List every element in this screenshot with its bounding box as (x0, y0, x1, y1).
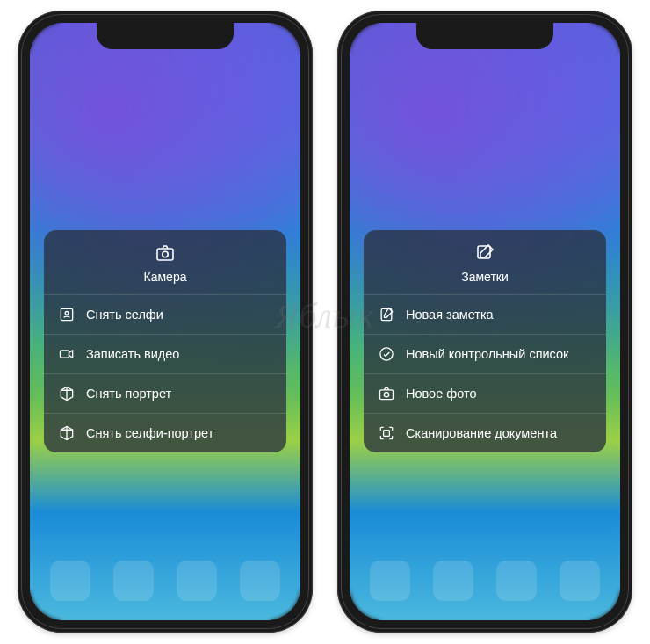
action-label: Новое фото (406, 387, 476, 401)
svg-rect-0 (157, 249, 173, 260)
action-label: Снять селфи (86, 308, 163, 322)
action-scan-document[interactable]: Сканирование документа (364, 413, 606, 452)
camera-icon (378, 385, 395, 402)
screen: Камера Снять селфи Записать видео Снять … (30, 23, 300, 620)
phone-frame-right: Заметки Новая заметка Новый контрольный … (337, 11, 632, 633)
selfie-icon (58, 306, 76, 323)
checklist-icon (378, 345, 395, 363)
phone-frame-left: Камера Снять селфи Записать видео Снять … (18, 11, 313, 633)
video-icon (58, 345, 76, 363)
action-new-note[interactable]: Новая заметка (364, 294, 606, 334)
note-icon (378, 306, 395, 323)
dock (358, 550, 611, 611)
action-new-photo[interactable]: Новое фото (364, 373, 606, 413)
action-take-portrait[interactable]: Снять портрет (44, 373, 286, 413)
action-label: Сканирование документа (406, 426, 557, 440)
action-record-video[interactable]: Записать видео (44, 334, 286, 373)
svg-rect-10 (384, 431, 390, 437)
compose-icon (474, 242, 495, 264)
svg-point-3 (65, 312, 69, 315)
dock (39, 550, 292, 611)
svg-rect-8 (380, 390, 394, 400)
svg-rect-4 (61, 351, 69, 358)
svg-point-7 (380, 348, 393, 360)
action-label: Новый контрольный список (406, 347, 568, 361)
portrait-icon (58, 424, 76, 442)
quick-action-menu-camera[interactable]: Камера Снять селфи Записать видео Снять … (44, 230, 286, 452)
action-new-checklist[interactable]: Новый контрольный список (364, 334, 606, 373)
scan-icon (378, 424, 395, 442)
action-label: Записать видео (86, 347, 179, 361)
menu-title: Камера (144, 270, 187, 284)
menu-title: Заметки (461, 270, 509, 284)
action-take-selfie[interactable]: Снять селфи (44, 294, 286, 334)
action-label: Снять селфи-портрет (86, 426, 213, 440)
portrait-icon (58, 385, 76, 402)
menu-header: Камера (44, 230, 286, 294)
notch (97, 23, 234, 49)
menu-header: Заметки (364, 230, 606, 294)
camera-icon (155, 242, 176, 264)
action-label: Новая заметка (406, 308, 494, 322)
action-label: Снять портрет (86, 387, 171, 401)
svg-point-9 (384, 393, 388, 397)
svg-rect-5 (478, 246, 490, 258)
svg-point-1 (162, 251, 168, 257)
quick-action-menu-notes[interactable]: Заметки Новая заметка Новый контрольный … (364, 230, 606, 452)
action-take-selfie-portrait[interactable]: Снять селфи-портрет (44, 413, 286, 452)
screen: Заметки Новая заметка Новый контрольный … (350, 23, 620, 620)
notch (416, 23, 553, 49)
